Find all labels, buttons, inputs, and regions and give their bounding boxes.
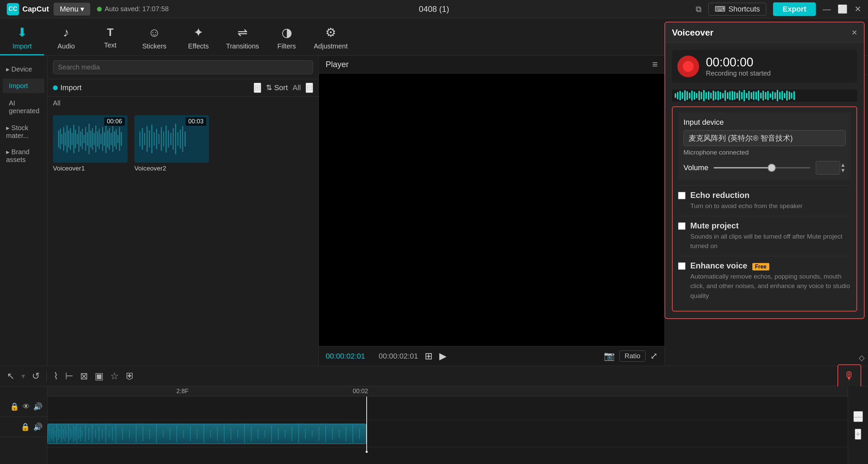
voiceover-close-button[interactable]: ×: [852, 27, 857, 38]
svg-rect-100: [183, 430, 184, 438]
input-device-select[interactable]: 麦克风阵列 (英特尔® 智音技术): [683, 130, 846, 146]
grid-view-button[interactable]: ⊞: [425, 350, 432, 362]
play-button[interactable]: ▶: [439, 350, 447, 362]
player-menu-icon[interactable]: ≡: [652, 59, 658, 70]
filter-button[interactable]: ⊟: [306, 83, 313, 93]
list-item[interactable]: 00:03 Voiceover2: [134, 115, 209, 172]
sidebar-item-device[interactable]: ▸ Device: [0, 62, 47, 77]
speaker-icon[interactable]: 🔊: [33, 402, 42, 411]
maximize-icon[interactable]: ⬜: [837, 4, 848, 14]
svg-rect-6: [66, 125, 67, 153]
media-import-button[interactable]: Import: [53, 83, 81, 92]
track-2: // Will be drawn by SVG inline: [47, 420, 848, 447]
svg-rect-94: [142, 426, 143, 441]
sidebar-item-import[interactable]: Import: [3, 79, 44, 93]
sidebar-item-stock-materials[interactable]: ▸ Stock mater...: [0, 120, 47, 143]
volume-spinner: ▲ ▼: [840, 162, 846, 173]
svg-rect-2: [60, 129, 61, 149]
enhance-voice-checkbox[interactable]: [678, 262, 686, 270]
zoom-out-button[interactable]: —: [853, 411, 863, 422]
enhance-voice-title: Enhance voice Free: [690, 261, 851, 270]
sidebar-item-ai-generated[interactable]: AI generated: [3, 96, 44, 118]
svg-rect-35: [116, 129, 117, 149]
toolbar-item-filters[interactable]: ◑ Filters: [265, 18, 309, 55]
eye-icon[interactable]: 👁: [22, 402, 30, 411]
toolbar-item-effects[interactable]: ✦ Effects: [176, 18, 220, 55]
svg-rect-19: [89, 124, 90, 154]
export-button[interactable]: Export: [773, 2, 816, 16]
all-label: All: [53, 99, 60, 107]
record-button[interactable]: [677, 56, 699, 77]
svg-rect-64: [55, 430, 55, 437]
screenshot-button[interactable]: 📷: [604, 350, 615, 362]
toolbar-label-stickers: Stickers: [142, 42, 166, 50]
voiceover-title: Voiceover: [672, 27, 713, 38]
menu-button[interactable]: Menu ▾: [54, 3, 90, 16]
minimize-icon[interactable]: —: [823, 4, 831, 14]
timeline-area: ↖ ▾ ↺ ⌇ ⊢ ⊠ ▣ ☆ ⛨ 🎙 🔒 👁 🔊 🔒 🔊: [0, 366, 868, 464]
player-controls: 00:00:02:01 00:00:02:01 ⊞ ▶ 📷 Ratio ⤢: [319, 346, 664, 366]
volume-thumb[interactable]: [768, 164, 775, 171]
split-button[interactable]: ⌇: [54, 370, 58, 382]
search-input[interactable]: [53, 60, 313, 74]
crop-button[interactable]: ⊠: [80, 370, 88, 382]
diamond-icon[interactable]: ◇: [859, 354, 865, 362]
echo-reduction-checkbox[interactable]: [678, 192, 686, 199]
svg-rect-113: [271, 425, 272, 442]
close-icon[interactable]: ✕: [854, 4, 861, 14]
select-tool-button[interactable]: ↖: [7, 370, 15, 382]
view-toggle-button[interactable]: ⊞: [254, 83, 261, 93]
timeline-clip[interactable]: // Will be drawn by SVG inline: [47, 424, 366, 444]
trim-button[interactable]: ⊢: [65, 370, 73, 382]
player-right-controls: 📷 Ratio ⤢: [604, 350, 658, 362]
mute-project-checkbox[interactable]: [678, 222, 686, 230]
echo-reduction-desc: Turn on to avoid echo from the speaker: [690, 201, 803, 211]
volume-down-button[interactable]: ▼: [840, 168, 846, 173]
mic-activate-button[interactable]: 🎙: [837, 364, 861, 388]
svg-rect-11: [75, 130, 76, 148]
volume-input[interactable]: 100: [816, 161, 840, 175]
svg-rect-7: [68, 130, 69, 147]
volume-slider[interactable]: [714, 167, 810, 168]
toolbar-item-transitions[interactable]: ⇌ Transitions: [220, 18, 265, 55]
lock-icon-2[interactable]: 🔒: [21, 423, 30, 431]
timeline-playhead[interactable]: [366, 397, 367, 451]
svg-rect-101: [190, 426, 191, 441]
sidebar-item-brand-assets[interactable]: ▸ Brand assets: [0, 144, 47, 167]
voiceover-body: 00:00:00 Recording not started: [665, 43, 864, 318]
speaker-icon-2[interactable]: 🔊: [33, 423, 42, 431]
shield-button[interactable]: ⛨: [126, 370, 135, 382]
svg-rect-93: [136, 425, 136, 442]
fullscreen-button[interactable]: ⤢: [650, 350, 658, 362]
sort-button[interactable]: ⇅ Sort: [266, 83, 288, 92]
svg-rect-4: [63, 127, 64, 151]
ratio-button[interactable]: Ratio: [619, 350, 645, 362]
toolbar-label-audio: Audio: [57, 42, 75, 50]
svg-rect-32: [111, 133, 112, 145]
window-icon[interactable]: ⧉: [696, 4, 701, 14]
svg-rect-98: [170, 428, 170, 440]
toolbar-item-text[interactable]: T Text: [88, 18, 132, 55]
toolbar-item-import[interactable]: ⬇ Import: [0, 18, 44, 55]
project-title: 0408 (1): [419, 4, 449, 14]
ruler-spacer: [0, 386, 47, 397]
tracks-container: // Will be drawn by SVG inline: [47, 397, 848, 447]
toolbar-label-filters: Filters: [277, 42, 296, 50]
toolbar-item-stickers[interactable]: ☺ Stickers: [132, 18, 176, 55]
vo-timer: 00:00:00: [706, 55, 771, 69]
svg-rect-62: [51, 429, 52, 439]
favorite-button[interactable]: ☆: [110, 370, 119, 382]
shortcuts-button[interactable]: ⌨ Shortcuts: [708, 3, 766, 16]
volume-up-button[interactable]: ▲: [840, 162, 846, 168]
list-item[interactable]: 00:06 Voiceover1: [53, 115, 128, 172]
transform-button[interactable]: ▣: [95, 370, 103, 382]
zoom-in-button[interactable]: +: [855, 429, 861, 440]
timeline-toolbar: ↖ ▾ ↺ ⌇ ⊢ ⊠ ▣ ☆ ⛨ 🎙: [0, 366, 868, 386]
toolbar-label-text: Text: [104, 41, 117, 49]
undo-button[interactable]: ↺: [32, 370, 40, 382]
svg-rect-47: [156, 129, 157, 149]
lock-icon[interactable]: 🔒: [10, 402, 19, 411]
toolbar-item-adjustment[interactable]: ⚙ Adjustment: [309, 18, 353, 55]
svg-rect-36: [117, 135, 118, 143]
toolbar-item-audio[interactable]: ♪ Audio: [44, 18, 88, 55]
